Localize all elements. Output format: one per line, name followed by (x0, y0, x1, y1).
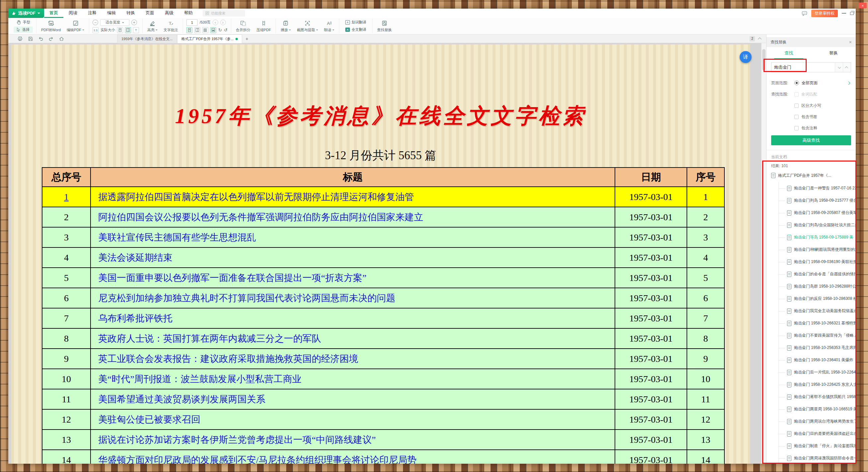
edit-pdf-button[interactable]: 编辑PDF (65, 20, 86, 32)
tab-find[interactable]: 查找 (767, 47, 811, 59)
search-result-item[interactable]: 炮击金门两星周 1958-10-166519 美 (767, 403, 856, 415)
tab-replace[interactable]: 替换 (811, 47, 856, 59)
all-pages-radio[interactable] (794, 81, 799, 85)
word-translate-label: 划词翻译 (351, 20, 366, 25)
word-translate-button[interactable]: A 划词翻译 (343, 19, 369, 26)
row-date: 1957-03-01 (615, 389, 687, 409)
pdf-to-word-button[interactable]: W PDF转Word (40, 20, 62, 32)
panel-close-button[interactable]: × (849, 39, 852, 45)
menu-tab[interactable]: 阅读 (63, 9, 83, 18)
menu-tab[interactable]: 转换 (121, 9, 140, 18)
document-tab[interactable]: 1959年《参考消息》在线全文... (117, 34, 177, 43)
app-logo-button[interactable]: 迅读PDF (8, 9, 44, 18)
text-reflow-button[interactable]: T (133, 27, 139, 33)
search-result-item[interactable]: 炮击金门后一片慌乱 1958-10-2264 (767, 366, 856, 378)
restore-button[interactable] (850, 12, 854, 15)
search-result-item[interactable]: 炮击金门的反应 1958-10-286308 杜 (767, 292, 856, 305)
home-icon[interactable] (59, 36, 64, 41)
continuous-page-button[interactable] (210, 27, 216, 33)
search-result-item[interactable]: 炮击金门 1958-09-036190 美联社报 (767, 256, 856, 268)
floating-translate-button[interactable]: 译 (740, 51, 751, 63)
search-result-item[interactable]: 炮击金门蒋帮不会骚扰我船只 1958- (767, 391, 856, 403)
menu-tab[interactable]: 注释 (83, 9, 102, 18)
merge-split-button[interactable]: 合并拆分 (235, 20, 252, 32)
menu-tab[interactable]: 帮助 (179, 9, 198, 18)
close-button[interactable]: × (859, 3, 867, 8)
search-result-item[interactable]: 炮击金门 1958-10-226425 东京人士 (767, 378, 856, 391)
search-result-item[interactable]: 炮击金门 1958-09-205807 侵台美军 (767, 207, 856, 219)
rotate-cw-icon[interactable]: ↻ (218, 28, 222, 32)
menu-tab[interactable]: 编辑 (102, 9, 121, 18)
search-result-item[interactable]: 炮击金门是一种警告 1957-07-16 23 (767, 182, 856, 194)
text-annotation-button[interactable]: T 文字批注 (162, 20, 180, 32)
search-result-item[interactable]: 炮击金门/栁鹂图说我将使用重型的大 (767, 244, 856, 256)
save-icon[interactable] (28, 36, 33, 41)
prev-page-button[interactable]: ‹ (213, 20, 218, 25)
fit-page-button[interactable] (117, 27, 123, 33)
page-number-input[interactable] (186, 19, 198, 26)
document-tab[interactable]: 格式工厂PDF合并 1957年《参... (177, 34, 243, 43)
row-number: 8 (42, 328, 91, 349)
search-result-item[interactable]: 炮击金门不要跟美国宣传为「侵略」 (767, 329, 856, 342)
search-result-item[interactable]: 炮击金门列岛/合众国际社说大担二担 (767, 219, 856, 231)
whole-word-checkbox[interactable] (794, 92, 799, 97)
include-bookmarks-checkbox[interactable] (794, 115, 799, 119)
zoom-out-button[interactable]: − (93, 20, 98, 25)
rotate-ccw-icon[interactable]: ↺ (224, 28, 227, 32)
include-comments-checkbox[interactable] (794, 126, 799, 130)
undo-icon[interactable] (38, 37, 43, 41)
search-result-item[interactable]: 炮击金门列岛 1958-09-215777 侵台 (767, 194, 856, 207)
menu-tab[interactable]: 页面 (140, 9, 159, 18)
play-button[interactable]: 播放 (279, 20, 292, 32)
two-page-button[interactable] (194, 27, 200, 33)
highlight-button[interactable]: 高亮 (146, 20, 159, 32)
menu-tab[interactable]: 首页 (44, 9, 63, 18)
hand-tool-button[interactable]: 手型 (13, 19, 33, 26)
advanced-find-button[interactable]: 高级查找 (771, 135, 851, 145)
search-result-item[interactable]: 炮击金门 1958-10-256353 毛主席同 (767, 342, 856, 354)
function-search-box[interactable]: 功能搜索 (203, 10, 245, 17)
compress-pdf-button[interactable]: 压缩PDF (255, 20, 272, 32)
search-result-item[interactable]: 炮击金门岛群 1958-10-296288叶公 (767, 280, 856, 292)
zoom-in-button[interactable]: + (131, 20, 137, 25)
search-result-item[interactable]: 炮击金门两周说台湾海峡局势发生了 (767, 415, 856, 428)
fit-width-button[interactable] (125, 27, 131, 33)
search-result-label: 炮击金门 1958-10-236401 美爆炸 (794, 357, 854, 363)
find-replace-button[interactable]: 查找替换 (376, 20, 393, 32)
full-translate-button[interactable]: A 全文翻译 (343, 27, 369, 33)
results-tree-root[interactable]: 格式工厂PDF合并 1957年《... (767, 171, 856, 180)
search-result-item[interactable]: 炮击金门制造「停火」舆论妄图我将 (767, 440, 856, 452)
chat-icon[interactable] (802, 11, 807, 16)
new-tab-button[interactable]: + (242, 36, 251, 41)
search-result-item[interactable]: 炮击金门目的是要把美国强盗赶出台 (767, 428, 856, 440)
find-next-button[interactable] (835, 63, 843, 72)
search-result-item[interactable]: 炮击金门等岛 1958-09-175889 美 (767, 231, 856, 244)
zoom-mode-select[interactable]: 适合宽度 (100, 19, 129, 26)
four-page-button[interactable] (202, 27, 208, 33)
minimize-button[interactable] (842, 13, 846, 13)
redo-icon[interactable] (49, 37, 53, 41)
select-tool-button[interactable]: 选择 (13, 27, 33, 33)
collapse-toolbar-icon[interactable] (758, 37, 762, 41)
menu-tab[interactable]: 高级 (159, 9, 179, 18)
next-page-button[interactable]: › (220, 20, 226, 25)
find-prev-button[interactable] (843, 63, 851, 72)
actual-size-icon[interactable]: 1:1 (93, 27, 98, 33)
case-sensitive-checkbox[interactable] (794, 103, 799, 108)
search-result-item[interactable]: 炮击金门两周诬蔑我国防部命令是一 (767, 452, 856, 464)
scrollbar-thumb[interactable] (762, 49, 766, 70)
read-aloud-button[interactable]: A 朗读 (323, 20, 336, 32)
index-table: 总序号 标题 日期 序号 1 据透露阿拉伯四国首脑决定在以色列撤军以前无限期停止… (42, 167, 725, 464)
capture-extract-button[interactable]: A 截图与提取 (296, 20, 319, 32)
expand-range-icon[interactable] (847, 81, 850, 85)
vertical-scrollbar[interactable] (761, 43, 766, 464)
search-input[interactable] (772, 63, 835, 72)
search-result-item[interactable]: 炮击金门 1958-10-236401 美爆炸 (767, 354, 856, 366)
search-result-label: 炮击金门 1958-10-226425 东京人士 (794, 382, 856, 387)
single-page-button[interactable] (186, 27, 192, 33)
login-button[interactable]: 登录享特权 (811, 10, 838, 17)
search-result-item[interactable]: 炮击金门的命令是「自愿提供的情报 (767, 268, 856, 280)
print-icon[interactable] (18, 36, 23, 41)
search-result-item[interactable]: 炮击金门 1958-10-266321 基维特到 (767, 317, 856, 329)
search-result-item[interactable]: 炮击金门我完全主动美国务院恼羞成 (767, 305, 856, 317)
